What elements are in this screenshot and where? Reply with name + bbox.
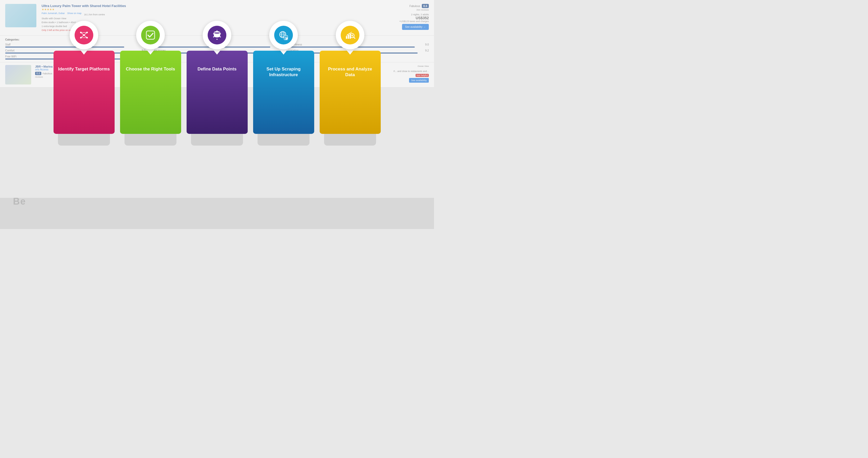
svg-point-18 — [213, 33, 214, 34]
checkmark-icon — [145, 30, 156, 40]
network-icon — [79, 30, 89, 40]
svg-point-20 — [220, 36, 221, 37]
svg-line-24 — [214, 34, 215, 34]
step-5-footer — [324, 134, 376, 146]
step-5-wrapper: Process and Analyze Data — [319, 21, 381, 146]
step-4-pin-circle — [269, 21, 298, 50]
steps-overlay: Identify Target Platforms — [0, 0, 434, 229]
svg-line-39 — [354, 37, 355, 38]
step-1-pin-tail — [79, 49, 89, 55]
svg-point-17 — [220, 33, 221, 34]
svg-rect-35 — [346, 36, 347, 39]
step-4-wrapper: Set Up Scraping Infrastructure — [252, 21, 315, 146]
svg-line-5 — [81, 32, 84, 35]
svg-line-7 — [81, 35, 84, 38]
step-4-pin — [269, 21, 298, 55]
step-5-card: Process and Analyze Data — [320, 51, 381, 134]
step-5-title: Process and Analyze Data — [323, 66, 377, 78]
step-5-pin — [336, 21, 364, 55]
step-2-title: Choose the Right Tools — [126, 66, 175, 72]
step-1-pin-circle — [70, 21, 98, 50]
step-3-pin — [203, 21, 231, 55]
step-4-icon-circle — [274, 26, 293, 44]
step-2-wrapper: Choose the Right Tools — [119, 21, 182, 146]
step-2-card: Choose the Right Tools — [120, 51, 181, 134]
step-5-pin-circle — [336, 21, 364, 50]
step-1-wrapper: Identify Target Platforms — [53, 21, 115, 146]
step-3-card: Define Data Points — [187, 51, 248, 134]
step-2-pin-tail — [146, 49, 155, 55]
step-5-pin-tail — [345, 49, 355, 55]
svg-point-19 — [216, 39, 218, 40]
svg-line-6 — [84, 32, 87, 35]
step-3-pin-circle — [203, 21, 231, 50]
steps-cards-container: Identify Target Platforms — [0, 21, 434, 146]
globe-scraping-icon — [278, 30, 289, 40]
step-2-pin-circle — [136, 21, 165, 50]
step-5-icon-circle — [341, 26, 360, 44]
svg-line-23 — [219, 34, 220, 34]
svg-line-8 — [84, 35, 87, 38]
step-2-footer — [124, 134, 177, 146]
step-3-icon-circle — [208, 26, 226, 44]
step-1-icon-circle — [74, 26, 93, 44]
step-3-footer — [191, 134, 243, 146]
analytics-icon — [345, 30, 355, 40]
step-1-pin — [70, 21, 98, 55]
step-1-footer — [58, 134, 110, 146]
step-1-title: Identify Target Platforms — [58, 66, 110, 72]
step-2-icon-circle — [141, 26, 160, 44]
step-2-pin — [136, 21, 165, 55]
svg-point-21 — [213, 36, 214, 37]
step-1-card: Identify Target Platforms — [54, 51, 115, 134]
step-3-wrapper: Define Data Points — [186, 21, 248, 146]
svg-rect-36 — [348, 35, 349, 39]
step-4-title: Set Up Scraping Infrastructure — [257, 66, 310, 78]
step-3-pin-tail — [212, 49, 222, 55]
svg-point-16 — [216, 30, 218, 31]
step-4-footer — [257, 134, 310, 146]
step-3-title: Define Data Points — [197, 66, 237, 72]
step-4-card: Set Up Scraping Infrastructure — [253, 51, 314, 134]
database-icon — [212, 30, 222, 40]
step-4-pin-tail — [279, 49, 288, 55]
